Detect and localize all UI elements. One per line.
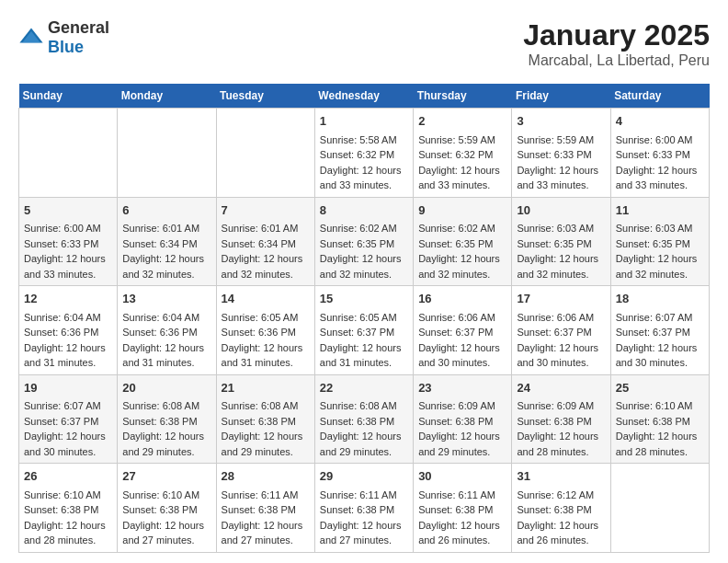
sunset-time: Sunset: 6:33 PM [616, 147, 704, 163]
sunrise-time: Sunrise: 6:07 AM [24, 398, 112, 414]
calendar-week: 26Sunrise: 6:10 AMSunset: 6:38 PMDayligh… [19, 464, 710, 553]
sunset-time: Sunset: 6:38 PM [122, 414, 210, 430]
day-number: 24 [517, 379, 605, 397]
sunrise-time: Sunrise: 6:10 AM [24, 488, 112, 503]
day-number: 2 [418, 112, 506, 131]
calendar-cell: 26Sunrise: 6:10 AMSunset: 6:38 PMDayligh… [19, 464, 118, 553]
sunset-time: Sunset: 6:36 PM [24, 325, 112, 340]
sunrise-time: Sunrise: 6:03 AM [517, 221, 605, 236]
calendar-cell: 12Sunrise: 6:04 AMSunset: 6:36 PMDayligh… [19, 286, 118, 375]
sunset-time: Sunset: 6:36 PM [222, 325, 310, 340]
calendar-cell: 18Sunrise: 6:07 AMSunset: 6:37 PMDayligh… [610, 286, 709, 375]
day-number: 14 [222, 290, 310, 308]
header-day: Monday [118, 84, 216, 109]
daylight-hours: Daylight: 12 hours and 29 minutes. [418, 429, 506, 459]
sunrise-time: Sunrise: 6:07 AM [616, 310, 704, 326]
sunrise-time: Sunrise: 6:01 AM [222, 221, 310, 236]
sunset-time: Sunset: 6:38 PM [222, 502, 310, 518]
day-number: 13 [122, 290, 210, 308]
header-day: Friday [512, 84, 610, 109]
calendar-cell: 21Sunrise: 6:08 AMSunset: 6:38 PMDayligh… [216, 374, 314, 464]
sunset-time: Sunset: 6:35 PM [418, 236, 506, 252]
sunset-time: Sunset: 6:32 PM [320, 147, 408, 163]
daylight-hours: Daylight: 12 hours and 33 minutes. [616, 163, 704, 193]
sunrise-time: Sunrise: 6:01 AM [122, 221, 210, 236]
daylight-hours: Daylight: 12 hours and 33 minutes. [517, 163, 605, 193]
daylight-hours: Daylight: 12 hours and 31 minutes. [122, 340, 210, 371]
sunset-time: Sunset: 6:38 PM [517, 414, 605, 430]
sunrise-time: Sunrise: 6:02 AM [320, 221, 408, 236]
daylight-hours: Daylight: 12 hours and 28 minutes. [24, 518, 112, 548]
sunset-time: Sunset: 6:37 PM [320, 325, 408, 340]
sunset-time: Sunset: 6:38 PM [418, 502, 506, 518]
calendar-cell: 10Sunrise: 6:03 AMSunset: 6:35 PMDayligh… [512, 197, 610, 286]
sunrise-time: Sunrise: 6:11 AM [418, 488, 506, 503]
location-title: Marcabal, La Libertad, Peru [523, 52, 710, 69]
sunrise-time: Sunrise: 6:00 AM [24, 221, 112, 236]
daylight-hours: Daylight: 12 hours and 32 minutes. [320, 251, 408, 282]
daylight-hours: Daylight: 12 hours and 26 minutes. [418, 518, 506, 548]
day-number: 9 [418, 201, 506, 220]
header-day: Sunday [19, 84, 118, 109]
daylight-hours: Daylight: 12 hours and 32 minutes. [517, 251, 605, 282]
calendar-cell: 23Sunrise: 6:09 AMSunset: 6:38 PMDayligh… [414, 374, 512, 464]
logo-general: General [48, 18, 109, 37]
calendar-cell: 14Sunrise: 6:05 AMSunset: 6:36 PMDayligh… [216, 286, 314, 375]
calendar-week: 12Sunrise: 6:04 AMSunset: 6:36 PMDayligh… [19, 286, 710, 375]
header-day: Thursday [414, 84, 512, 109]
day-number: 25 [616, 379, 704, 397]
daylight-hours: Daylight: 12 hours and 27 minutes. [320, 518, 408, 548]
sunset-time: Sunset: 6:32 PM [418, 147, 506, 163]
sunrise-time: Sunrise: 6:09 AM [517, 398, 605, 414]
sunset-time: Sunset: 6:38 PM [320, 502, 408, 518]
sunset-time: Sunset: 6:34 PM [122, 236, 210, 252]
sunrise-time: Sunrise: 6:10 AM [616, 398, 704, 414]
sunrise-time: Sunrise: 6:09 AM [418, 398, 506, 414]
day-number: 7 [222, 201, 310, 220]
calendar-cell [19, 109, 118, 198]
logo-icon [18, 25, 44, 51]
daylight-hours: Daylight: 12 hours and 33 minutes. [24, 251, 112, 282]
sunset-time: Sunset: 6:37 PM [616, 325, 704, 340]
daylight-hours: Daylight: 12 hours and 26 minutes. [517, 518, 605, 548]
day-number: 15 [320, 290, 408, 308]
daylight-hours: Daylight: 12 hours and 32 minutes. [418, 251, 506, 282]
day-number: 23 [418, 379, 506, 397]
header-day: Tuesday [216, 84, 314, 109]
sunset-time: Sunset: 6:33 PM [517, 147, 605, 163]
sunset-time: Sunset: 6:35 PM [320, 236, 408, 252]
calendar-week: 19Sunrise: 6:07 AMSunset: 6:37 PMDayligh… [19, 374, 710, 464]
sunrise-time: Sunrise: 5:59 AM [418, 132, 506, 148]
day-number: 30 [418, 467, 506, 486]
sunrise-time: Sunrise: 6:04 AM [24, 310, 112, 326]
calendar-cell: 4Sunrise: 6:00 AMSunset: 6:33 PMDaylight… [610, 109, 709, 198]
calendar-cell: 20Sunrise: 6:08 AMSunset: 6:38 PMDayligh… [118, 374, 216, 464]
daylight-hours: Daylight: 12 hours and 28 minutes. [616, 429, 704, 459]
day-number: 8 [320, 201, 408, 220]
day-number: 29 [320, 467, 408, 486]
sunset-time: Sunset: 6:38 PM [320, 414, 408, 430]
calendar-cell: 17Sunrise: 6:06 AMSunset: 6:37 PMDayligh… [512, 286, 610, 375]
day-number: 21 [222, 379, 310, 397]
logo-text: General Blue [48, 18, 109, 57]
daylight-hours: Daylight: 12 hours and 33 minutes. [418, 163, 506, 193]
sunset-time: Sunset: 6:37 PM [517, 325, 605, 340]
daylight-hours: Daylight: 12 hours and 29 minutes. [122, 429, 210, 459]
daylight-hours: Daylight: 12 hours and 30 minutes. [517, 340, 605, 371]
sunset-time: Sunset: 6:37 PM [418, 325, 506, 340]
sunrise-time: Sunrise: 6:08 AM [222, 398, 310, 414]
daylight-hours: Daylight: 12 hours and 33 minutes. [320, 163, 408, 193]
day-number: 3 [517, 112, 605, 131]
day-number: 31 [517, 467, 605, 486]
header-row: SundayMondayTuesdayWednesdayThursdayFrid… [19, 84, 710, 109]
calendar-cell: 15Sunrise: 6:05 AMSunset: 6:37 PMDayligh… [314, 286, 413, 375]
calendar-cell: 8Sunrise: 6:02 AMSunset: 6:35 PMDaylight… [314, 197, 413, 286]
calendar-cell: 9Sunrise: 6:02 AMSunset: 6:35 PMDaylight… [414, 197, 512, 286]
page-header: General Blue January 2025 Marcabal, La L… [18, 18, 710, 69]
day-number: 22 [320, 379, 408, 397]
calendar-cell: 30Sunrise: 6:11 AMSunset: 6:38 PMDayligh… [414, 464, 512, 553]
daylight-hours: Daylight: 12 hours and 29 minutes. [222, 429, 310, 459]
header-day: Saturday [610, 84, 709, 109]
logo-blue: Blue [48, 38, 84, 56]
calendar-cell: 31Sunrise: 6:12 AMSunset: 6:38 PMDayligh… [512, 464, 610, 553]
